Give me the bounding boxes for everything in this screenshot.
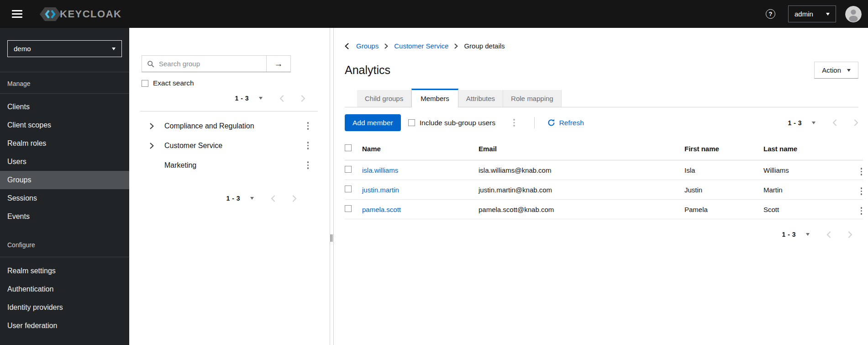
tab-attributes[interactable]: Attributes	[458, 90, 503, 107]
table-row: pamela.scott pamela.scott@knab.com Pamel…	[345, 200, 863, 219]
chevron-down-icon	[847, 69, 851, 72]
user-menu-dropdown[interactable]: admin	[788, 5, 836, 22]
row-checkbox[interactable]	[345, 186, 352, 192]
group-kebab-menu[interactable]	[306, 120, 310, 131]
member-username-link[interactable]: pamela.scott	[362, 206, 401, 213]
group-link[interactable]: Customer Service	[164, 142, 222, 150]
row-kebab-menu[interactable]	[860, 166, 863, 177]
sidebar-item-users[interactable]: Users	[0, 153, 129, 171]
pagination-range: 1 - 3	[226, 195, 240, 202]
row-checkbox[interactable]	[345, 205, 352, 212]
group-kebab-menu[interactable]	[306, 140, 310, 151]
tab-role-mapping[interactable]: Role mapping	[503, 90, 562, 107]
divider	[140, 111, 318, 111]
search-icon	[147, 60, 154, 68]
masthead: KEYCLOAK ? admin	[0, 0, 868, 28]
tab-members[interactable]: Members	[411, 89, 458, 107]
breadcrumb-groups-link[interactable]: Groups	[356, 42, 379, 50]
tree-pagination-bottom: 1 - 3	[129, 195, 297, 202]
group-link[interactable]: Marketing	[164, 161, 196, 170]
column-header-first-name: First name	[684, 140, 763, 160]
add-member-button[interactable]: Add member	[345, 114, 401, 131]
action-dropdown-label: Action	[822, 66, 841, 74]
refresh-label: Refresh	[559, 119, 584, 127]
pagination-options-toggle[interactable]	[806, 233, 810, 236]
action-dropdown[interactable]: Action	[814, 62, 858, 79]
sidebar-item-events[interactable]: Events	[0, 207, 129, 226]
nav-section-configure: Configure	[0, 226, 129, 257]
toolbar-kebab-menu[interactable]	[512, 117, 516, 128]
pagination-options-toggle[interactable]	[259, 97, 263, 100]
members-pagination-top: 1 - 3	[788, 119, 858, 127]
member-username-link[interactable]: isla.williams	[362, 166, 398, 174]
realm-selector-value: demo	[14, 45, 31, 53]
group-search-input[interactable]	[158, 59, 266, 68]
member-first-name: Pamela	[684, 200, 763, 219]
members-table: Name Email First name Last name isla.wil…	[345, 140, 863, 219]
page-title: Analytics	[345, 64, 390, 77]
refresh-icon	[547, 119, 555, 127]
member-username-link[interactable]: justin.martin	[362, 186, 399, 194]
keycloak-logo[interactable]: KEYCLOAK	[39, 6, 121, 22]
sidebar-item-realm-settings[interactable]: Realm settings	[0, 262, 129, 280]
chevron-right-icon[interactable]	[292, 195, 297, 202]
select-all-checkbox[interactable]	[345, 144, 352, 151]
breadcrumb-customer-service-link[interactable]: Customer Service	[394, 42, 448, 50]
member-last-name: Martin	[763, 180, 850, 200]
pagination-range: 1 - 3	[788, 119, 802, 127]
table-row: isla.williams isla.williams@knab.com Isl…	[345, 160, 863, 180]
include-subgroups-option: Include sub-group users	[408, 119, 495, 127]
help-icon[interactable]: ?	[766, 9, 775, 19]
member-email: justin.martin@knab.com	[479, 180, 684, 200]
members-pagination-bottom: 1 - 3	[345, 231, 852, 238]
collapse-back-icon[interactable]	[345, 43, 349, 49]
sidebar-item-realm-roles[interactable]: Realm roles	[0, 134, 129, 153]
realm-selector[interactable]: demo	[7, 40, 122, 57]
expand-group-button[interactable]	[150, 123, 154, 129]
chevron-right-icon	[454, 43, 458, 49]
include-subgroups-checkbox[interactable]	[408, 119, 415, 126]
group-link[interactable]: Compliance and Regulation	[164, 122, 254, 130]
row-checkbox[interactable]	[345, 166, 352, 173]
sidebar-item-client-scopes[interactable]: Client scopes	[0, 116, 129, 134]
group-kebab-menu[interactable]	[306, 159, 310, 170]
expand-group-button[interactable]	[150, 143, 154, 149]
search-submit-button[interactable]: →	[266, 56, 290, 72]
sidebar-item-user-federation[interactable]: User federation	[0, 317, 129, 335]
nav-toggle-button[interactable]	[9, 5, 25, 22]
exact-search-checkbox[interactable]	[142, 80, 148, 87]
tab-child-groups[interactable]: Child groups	[357, 90, 411, 107]
members-toolbar: Add member Include sub-group users Refre…	[345, 114, 858, 131]
sidebar-item-groups[interactable]: Groups	[0, 171, 129, 189]
sidebar: demo Manage Clients Client scopes Realm …	[0, 28, 129, 345]
chevron-left-icon[interactable]	[279, 95, 284, 102]
sidebar-item-identity-providers[interactable]: Identity providers	[0, 298, 129, 317]
group-tree-panel: → Exact search 1 - 3 Compliance and Regu…	[129, 28, 330, 345]
user-menu-label: admin	[794, 10, 813, 18]
member-first-name: Justin	[684, 180, 763, 200]
row-kebab-menu[interactable]	[860, 205, 863, 216]
breadcrumb: Groups Customer Service Group details	[345, 42, 858, 50]
column-header-name: Name	[362, 140, 479, 160]
refresh-button[interactable]: Refresh	[547, 119, 584, 127]
chevron-right-icon	[384, 43, 388, 49]
member-email: pamela.scott@knab.com	[479, 200, 684, 219]
chevron-right-icon[interactable]	[301, 95, 305, 102]
chevron-left-icon[interactable]	[826, 231, 831, 238]
realm-selector-block: demo	[0, 28, 129, 72]
chevron-right-icon[interactable]	[854, 119, 858, 126]
pagination-options-toggle[interactable]	[812, 122, 815, 124]
chevron-down-icon	[826, 13, 830, 16]
row-kebab-menu[interactable]	[860, 186, 863, 196]
avatar[interactable]	[845, 6, 862, 22]
sidebar-item-authentication[interactable]: Authentication	[0, 280, 129, 298]
panel-splitter[interactable]	[330, 28, 334, 345]
pagination-options-toggle[interactable]	[250, 197, 254, 200]
sidebar-item-clients[interactable]: Clients	[0, 98, 129, 116]
chevron-left-icon[interactable]	[832, 119, 837, 126]
keycloak-logo-icon	[39, 6, 62, 22]
chevron-right-icon[interactable]	[848, 231, 852, 238]
chevron-left-icon[interactable]	[271, 195, 275, 202]
tab-bar: Child groups Members Attributes Role map…	[345, 89, 858, 107]
sidebar-item-sessions[interactable]: Sessions	[0, 189, 129, 207]
